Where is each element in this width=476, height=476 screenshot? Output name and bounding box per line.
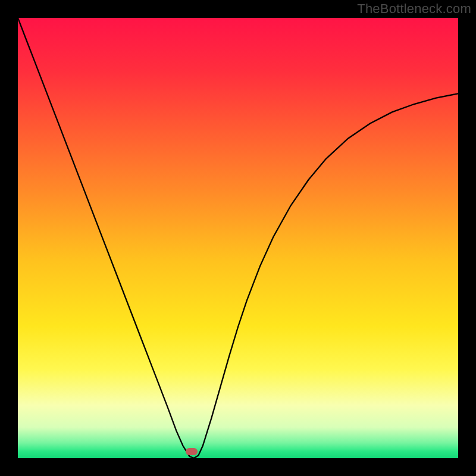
chart-frame: TheBottleneck.com (0, 0, 476, 476)
attribution-label: TheBottleneck.com (357, 1, 471, 17)
gradient-background (18, 18, 458, 458)
bottleneck-chart (18, 18, 458, 458)
optimal-marker (186, 448, 198, 455)
